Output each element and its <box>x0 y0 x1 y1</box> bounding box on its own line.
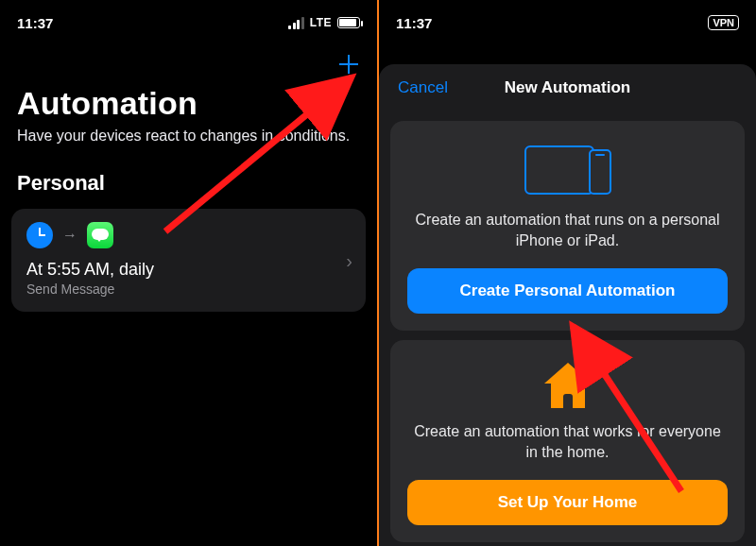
sheet-title: New Automation <box>505 78 630 97</box>
page-title: Automation <box>17 85 360 122</box>
sheet-header: Cancel New Automation <box>390 64 745 111</box>
home-desc: Create an automation that works for ever… <box>407 421 728 463</box>
signal-icon <box>288 17 304 29</box>
left-screen: 11:37 LTE Automation Have your devices r… <box>0 0 377 546</box>
arrow-right-icon: → <box>62 227 77 244</box>
battery-icon <box>337 17 360 28</box>
status-time: 11:37 <box>17 15 53 31</box>
section-personal-label: Personal <box>17 171 360 196</box>
devices-icon <box>407 142 728 195</box>
new-automation-sheet: Cancel New Automation Create an automati… <box>379 64 756 546</box>
clock-icon <box>26 222 53 248</box>
vpn-badge: VPN <box>708 15 739 30</box>
add-button[interactable] <box>337 53 360 76</box>
automation-card[interactable]: → At 5:55 AM, daily Send Message › <box>11 209 366 312</box>
home-icon <box>407 361 728 408</box>
status-right-cluster: LTE <box>288 16 360 29</box>
automation-title: At 5:55 AM, daily <box>26 260 351 280</box>
composite-screenshot: 11:37 LTE Automation Have your devices r… <box>0 0 756 546</box>
right-screen: 11:37 VPN Cancel New Automation Create a… <box>379 0 756 546</box>
status-bar: 11:37 VPN <box>379 0 756 38</box>
create-personal-automation-button[interactable]: Create Personal Automation <box>407 268 728 314</box>
cancel-button[interactable]: Cancel <box>398 78 448 97</box>
status-bar: 11:37 LTE <box>0 0 377 38</box>
home-automation-card: Create an automation that works for ever… <box>390 340 745 542</box>
set-up-home-button[interactable]: Set Up Your Home <box>407 480 728 525</box>
page-subtitle: Have your devices react to changes in co… <box>17 126 360 146</box>
iphone-icon <box>589 149 611 195</box>
status-time: 11:37 <box>396 15 432 31</box>
ipad-icon <box>524 145 594 195</box>
personal-automation-card: Create an automation that runs on a pers… <box>390 121 745 331</box>
chevron-right-icon: › <box>346 249 352 271</box>
status-right-cluster: VPN <box>708 15 739 30</box>
personal-desc: Create an automation that runs on a pers… <box>407 210 728 251</box>
automation-icon-row: → <box>26 222 351 248</box>
automation-subtitle: Send Message <box>26 282 351 297</box>
network-label: LTE <box>310 16 332 29</box>
messages-icon <box>87 222 113 248</box>
